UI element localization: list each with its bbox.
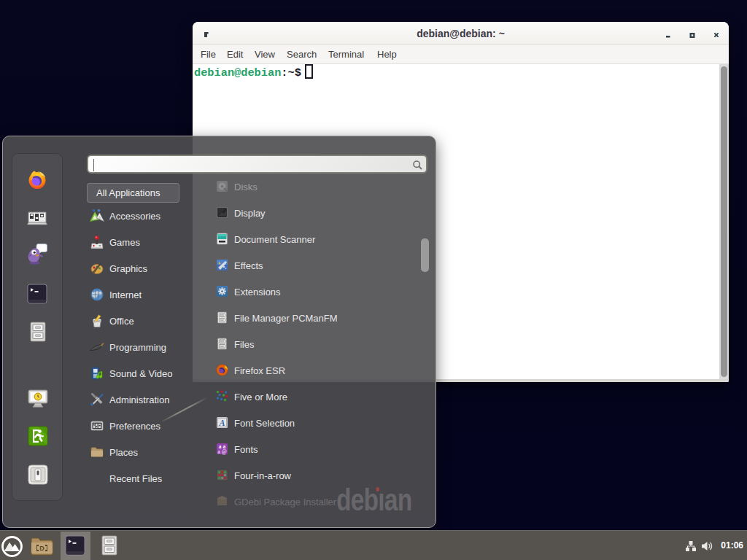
svg-text:a @: a @ xyxy=(217,448,227,455)
svg-text:A: A xyxy=(218,418,225,428)
svg-text:D: D xyxy=(39,545,44,552)
